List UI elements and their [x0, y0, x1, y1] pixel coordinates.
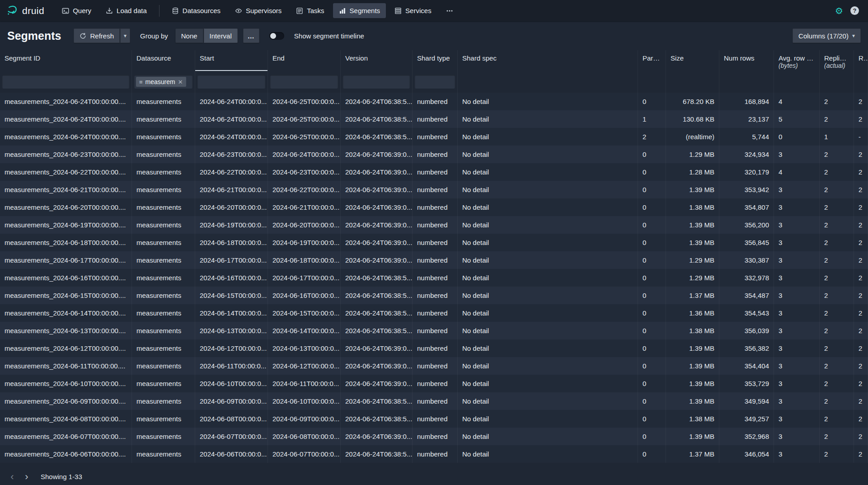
- table-cell: 2024-06-24T06:38:5...: [341, 128, 413, 146]
- table-row[interactable]: measurements_2024-06-17T00:00:00....meas…: [0, 251, 868, 269]
- filter-cell: [268, 71, 341, 93]
- table-row[interactable]: measurements_2024-06-08T00:00:00....meas…: [0, 410, 868, 428]
- table-cell: 1.38 MB: [666, 198, 719, 216]
- nav-item-datasources[interactable]: Datasources: [166, 3, 226, 18]
- refresh-interval-dropdown[interactable]: ▾: [120, 28, 130, 43]
- table-row[interactable]: measurements_2024-06-15T00:00:00....meas…: [0, 287, 868, 304]
- more-actions-button[interactable]: …: [243, 28, 259, 43]
- table-cell: 2: [820, 304, 854, 322]
- col-header-shard-spec[interactable]: Shard spec: [458, 50, 638, 71]
- col-header-segment-id[interactable]: Segment ID: [0, 50, 132, 71]
- table-cell: 2024-06-24T06:39:0...: [341, 428, 413, 445]
- table-row[interactable]: measurements_2024-06-18T00:00:00....meas…: [0, 234, 868, 251]
- help-icon[interactable]: ?: [850, 6, 859, 15]
- nav-item-query[interactable]: Query: [56, 3, 97, 18]
- close-icon[interactable]: ✕: [178, 79, 183, 85]
- table-cell: numbered: [413, 93, 458, 110]
- services-icon: [394, 7, 402, 14]
- table-cell: 2024-06-25T00:00:0...: [268, 93, 341, 110]
- table-cell: 4: [774, 93, 820, 110]
- col-header-partition[interactable]: Partition: [638, 50, 666, 71]
- nav-item-tasks[interactable]: Tasks: [290, 3, 330, 18]
- previous-page-button[interactable]: ‹: [5, 470, 19, 484]
- table-cell: numbered: [413, 304, 458, 322]
- table-cell: 3: [774, 375, 820, 392]
- nav-item-load-data[interactable]: Load data: [100, 3, 153, 18]
- table-cell: 2024-06-24T00:00:0...: [195, 110, 268, 128]
- table-cell: measurements_2024-06-23T00:00:00....: [0, 146, 132, 163]
- col-header-start[interactable]: Start: [195, 50, 268, 71]
- table-row[interactable]: measurements_2024-06-06T00:00:00....meas…: [0, 445, 868, 463]
- shard-type-filter-input[interactable]: [415, 75, 455, 89]
- table-row[interactable]: measurements_2024-06-23T00:00:00....meas…: [0, 146, 868, 163]
- table-cell: measurements: [132, 93, 195, 110]
- col-header-end[interactable]: End: [268, 50, 341, 71]
- table-row[interactable]: measurements_2024-06-09T00:00:00....meas…: [0, 392, 868, 410]
- table-row[interactable]: measurements_2024-06-24T00:00:00....meas…: [0, 93, 868, 110]
- table-cell: measurements: [132, 128, 195, 146]
- table-cell: 332,978: [719, 269, 774, 287]
- group-by-interval-button[interactable]: Interval: [204, 28, 238, 43]
- col-header-version[interactable]: Version: [341, 50, 413, 71]
- table-cell: 130.68 KB: [666, 110, 719, 128]
- refresh-button[interactable]: Refresh: [74, 28, 120, 43]
- table-row[interactable]: measurements_2024-06-24T00:00:00....meas…: [0, 128, 868, 146]
- segment-timeline-label: Show segment timeline: [294, 32, 364, 40]
- table-cell: 2024-06-21T00:00:0...: [195, 181, 268, 198]
- col-header-shard-type[interactable]: Shard type: [413, 50, 458, 71]
- col-header-sub: (actual): [824, 62, 849, 70]
- table-row[interactable]: measurements_2024-06-19T00:00:00....meas…: [0, 216, 868, 234]
- next-page-button[interactable]: ›: [20, 470, 33, 484]
- col-header-label: Replicas: [824, 54, 850, 62]
- table-row[interactable]: measurements_2024-06-21T00:00:00....meas…: [0, 181, 868, 198]
- settings-gear-icon[interactable]: ⚙: [835, 6, 843, 15]
- group-by-label: Group by: [140, 32, 168, 40]
- table-cell: 2: [820, 322, 854, 339]
- col-header-avg-row-size[interactable]: Avg. row size (bytes): [774, 50, 820, 71]
- table-row[interactable]: measurements_2024-06-14T00:00:00....meas…: [0, 304, 868, 322]
- druid-brand[interactable]: druid: [6, 5, 44, 17]
- table-row[interactable]: measurements_2024-06-11T00:00:00....meas…: [0, 357, 868, 375]
- filter-cell: [413, 71, 458, 93]
- segment-timeline-switch[interactable]: [269, 32, 284, 40]
- end-filter-input[interactable]: [270, 75, 338, 89]
- col-header-datasource[interactable]: Datasource: [132, 50, 195, 71]
- table-row[interactable]: measurements_2024-06-10T00:00:00....meas…: [0, 375, 868, 392]
- col-header-num-rows[interactable]: Num rows: [719, 50, 774, 71]
- datasource-filter-input[interactable]: ≡ measurem ✕: [134, 75, 192, 89]
- datasource-filter-tag[interactable]: ≡ measurem ✕: [136, 77, 186, 87]
- nav-item-supervisors[interactable]: Supervisors: [229, 3, 287, 18]
- table-row[interactable]: measurements_2024-06-16T00:00:00....meas…: [0, 269, 868, 287]
- nav-item-segments[interactable]: Segments: [333, 3, 386, 18]
- table-cell: 2024-06-17T00:00:0...: [195, 251, 268, 269]
- table-cell: 2024-06-14T00:00:0...: [195, 304, 268, 322]
- table-cell: 2024-06-22T00:00:0...: [268, 181, 341, 198]
- table-cell: measurements: [132, 181, 195, 198]
- table-cell: measurements: [132, 304, 195, 322]
- columns-button[interactable]: Columns (17/20) ▾: [793, 28, 861, 43]
- table-cell: 0: [774, 128, 820, 146]
- table-cell: No detail: [458, 357, 638, 375]
- table-row[interactable]: measurements_2024-06-22T00:00:00....meas…: [0, 163, 868, 181]
- start-filter-input[interactable]: [197, 75, 265, 89]
- table-cell: No detail: [458, 198, 638, 216]
- table-cell: 0: [638, 357, 666, 375]
- nav-item-services[interactable]: Services: [389, 3, 437, 18]
- segment-id-filter-input[interactable]: [2, 75, 129, 89]
- col-header-size[interactable]: Size: [666, 50, 719, 71]
- table-row[interactable]: measurements_2024-06-12T00:00:00....meas…: [0, 339, 868, 357]
- table-cell: 2024-06-24T00:00:0...: [268, 146, 341, 163]
- table-cell: 354,487: [719, 287, 774, 304]
- table-cell: measurements: [132, 392, 195, 410]
- group-by-none-button[interactable]: None: [175, 28, 203, 43]
- table-row[interactable]: measurements_2024-06-13T00:00:00....meas…: [0, 322, 868, 339]
- nav-item-more[interactable]: [440, 4, 459, 18]
- version-filter-input[interactable]: [343, 75, 410, 89]
- col-header-replication-factor[interactable]: Replication factor: [854, 50, 868, 71]
- table-cell: measurements_2024-06-24T00:00:00....: [0, 110, 132, 128]
- table-row[interactable]: measurements_2024-06-07T00:00:00....meas…: [0, 428, 868, 445]
- table-cell: 2: [854, 322, 868, 339]
- table-row[interactable]: measurements_2024-06-24T00:00:00....meas…: [0, 110, 868, 128]
- table-row[interactable]: measurements_2024-06-20T00:00:00....meas…: [0, 198, 868, 216]
- col-header-replicas[interactable]: Replicas (actual): [820, 50, 854, 71]
